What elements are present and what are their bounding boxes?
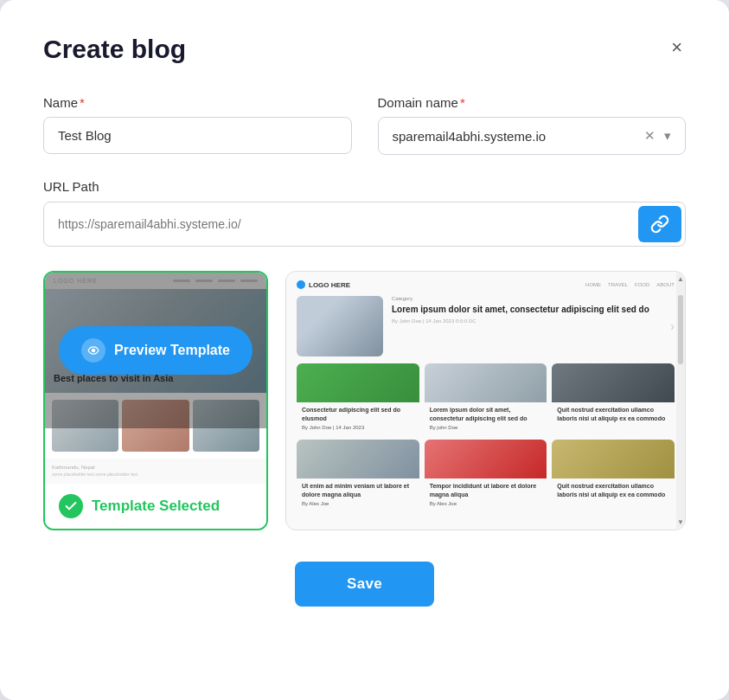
right-featured-tag: Category [392, 296, 662, 301]
grid-text-6: Quit nostrud exercitation ullamco labori… [552, 478, 675, 504]
templates-section: LOGO HERE Best places to visit in Asia [43, 271, 686, 530]
grid-text-1: Consectetur adipiscing elit sed do elusm… [297, 402, 419, 434]
name-input[interactable] [43, 117, 352, 154]
url-input[interactable] [44, 205, 635, 243]
scrollbar: ▲ ▼ [676, 272, 685, 530]
scrollbar-thumb[interactable] [678, 295, 683, 364]
grid-img-6 [552, 440, 675, 478]
clear-domain-icon[interactable]: ✕ [644, 128, 655, 144]
template-card-right: LOGO HERE HOME TRAVEL FOOD ABOUT C [285, 271, 686, 530]
checkmark-icon [64, 499, 78, 513]
name-label: Name* [43, 95, 352, 110]
grid-item-2: Lorem ipsum dolor sit amet, consectetur … [425, 363, 547, 434]
eye-icon [87, 344, 99, 356]
nav-travel: TRAVEL [608, 282, 628, 287]
nav-food: FOOD [635, 282, 649, 287]
grid-text-3: Quit nostrud exercitation ullamco labori… [552, 402, 675, 427]
grid-img-3 [552, 363, 675, 402]
save-row: Save [43, 562, 686, 607]
url-label: URL Path [43, 179, 99, 194]
grid-img-4 [297, 440, 419, 478]
chevron-down-icon[interactable]: ▾ [664, 128, 671, 144]
modal-title: Create blog [43, 35, 186, 64]
right-logo-circle [297, 280, 305, 289]
right-featured-arrow: › [670, 319, 675, 333]
domain-group: Domain name* sparemail4abhi.systeme.io ✕… [378, 95, 687, 155]
url-row: URL Path [43, 179, 686, 247]
preview-template-button[interactable]: Preview Template [59, 326, 253, 375]
right-featured-meta: By John Doe | 14 Jan 2023 0:0:0 DC [392, 318, 662, 324]
domain-value: sparemail4abhi.systeme.io [393, 129, 645, 144]
create-blog-modal: Create blog × Name* Domain name* sparema… [0, 0, 729, 700]
grid-text-5: Tempor incididunt ut labore et dolore ma… [425, 478, 547, 511]
right-featured-image [297, 296, 383, 356]
svg-point-0 [92, 349, 96, 353]
grid-item-4: Ut enim ad minim veniam ut labore et dol… [297, 440, 419, 511]
scroll-up-arrow[interactable]: ▲ [677, 275, 684, 283]
name-domain-row: Name* Domain name* sparemail4abhi.system… [43, 95, 686, 155]
grid-img-2 [425, 363, 547, 402]
link-icon [650, 215, 669, 234]
right-logo-text: LOGO HERE [309, 281, 350, 289]
check-circle [59, 494, 83, 518]
right-featured-img-inner [297, 296, 383, 356]
grid-text-2: Lorem ipsum dolor sit amet, consectetur … [425, 402, 547, 434]
right-featured-title: Lorem ipsum dolor sit amet, consectetur … [392, 304, 662, 315]
grid-text-4: Ut enim ad minim veniam ut labore et dol… [297, 478, 419, 511]
template-card-left[interactable]: LOGO HERE Best places to visit in Asia [43, 271, 268, 530]
nav-home: HOME [585, 282, 601, 287]
grid-item-6: Quit nostrud exercitation ullamco labori… [552, 440, 675, 511]
grid-img-5 [425, 440, 547, 478]
grid-img-1 [297, 363, 419, 402]
grid-item-1: Consectetur adipiscing elit sed do elusm… [297, 363, 419, 434]
right-template-inner: LOGO HERE HOME TRAVEL FOOD ABOUT C [286, 272, 685, 530]
modal-header: Create blog × [43, 35, 686, 64]
url-copy-button[interactable] [638, 206, 681, 242]
domain-select[interactable]: sparemail4abhi.systeme.io ✕ ▾ [378, 117, 687, 155]
right-grid: Consectetur adipiscing elit sed do elusm… [297, 363, 675, 511]
preview-overlay: Preview Template [45, 273, 266, 428]
nav-about: ABOUT [656, 282, 675, 287]
preview-icon [81, 338, 106, 363]
domain-label: Domain name* [378, 95, 687, 110]
right-featured-text: Category Lorem ipsum dolor sit amet, con… [392, 296, 662, 356]
url-input-wrapper [43, 202, 686, 247]
right-logo: LOGO HERE [297, 280, 350, 289]
scroll-down-arrow[interactable]: ▼ [677, 518, 684, 526]
right-featured-post: Category Lorem ipsum dolor sit amet, con… [297, 296, 675, 356]
template-inner: LOGO HERE Best places to visit in Asia [45, 273, 266, 484]
grid-item-5: Tempor incididunt ut labore et dolore ma… [425, 440, 547, 511]
preview-btn-label: Preview Template [114, 343, 230, 358]
selected-label: Template Selected [92, 498, 220, 515]
template-selected-overlay: Template Selected [45, 484, 266, 529]
close-button[interactable]: × [668, 35, 686, 61]
save-button[interactable]: Save [295, 562, 434, 607]
name-group: Name* [43, 95, 352, 155]
right-nav: HOME TRAVEL FOOD ABOUT [585, 282, 675, 287]
template-small-text: Kathmandu, Nepal some placeholder text s… [45, 459, 266, 484]
right-template-top: LOGO HERE HOME TRAVEL FOOD ABOUT [297, 280, 675, 289]
grid-item-3: Quit nostrud exercitation ullamco labori… [552, 363, 675, 434]
